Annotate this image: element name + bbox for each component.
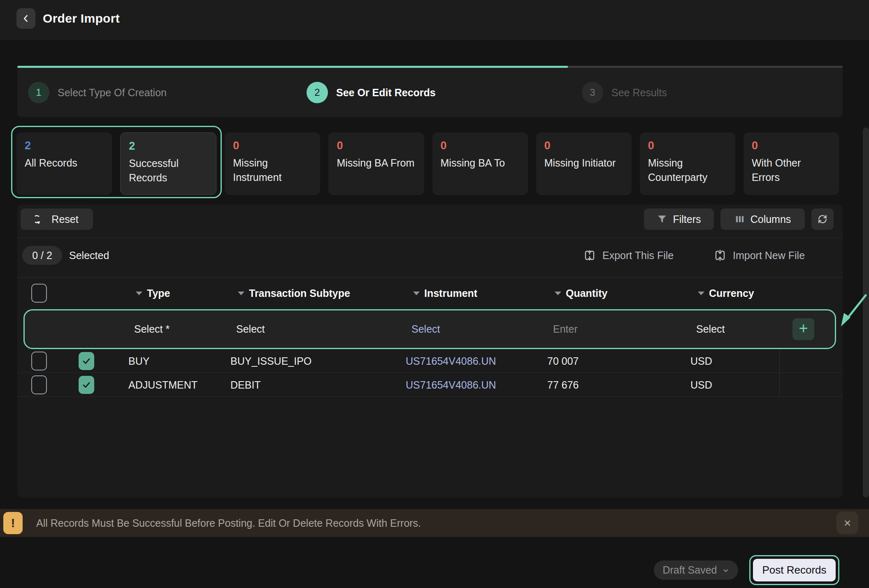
cell-quantity: 77 676 xyxy=(547,379,690,391)
step-see-or-edit-records[interactable]: 2 See Or Edit Records xyxy=(307,68,436,117)
records-panel: Reset Filters Columns 0 / 2 Sel xyxy=(17,204,843,498)
header-select-cell xyxy=(17,278,128,308)
card-missing-instrument[interactable]: 0 Missing Instrument xyxy=(225,132,320,195)
chevron-down-icon xyxy=(136,292,142,295)
cell-currency: USD xyxy=(690,349,780,373)
add-record-button[interactable]: + xyxy=(792,318,814,340)
reset-label: Reset xyxy=(51,213,78,225)
row-select-cell xyxy=(17,349,128,373)
export-this-file-button[interactable]: Export This File xyxy=(583,245,674,266)
new-record-entry-row: Select * Select Select Enter Select + xyxy=(23,309,836,349)
step-2-label: See Or Edit Records xyxy=(336,87,436,99)
column-header-quantity[interactable]: Quantity xyxy=(547,287,690,299)
card-missing-ba-to[interactable]: 0 Missing BA To xyxy=(432,132,528,195)
import-new-file-label: Import New File xyxy=(733,250,805,262)
card-missing-ba-from[interactable]: 0 Missing BA From xyxy=(328,132,424,195)
row-select-cell xyxy=(17,373,128,397)
chevron-down-icon xyxy=(555,292,561,295)
entry-subtype-select[interactable]: Select xyxy=(230,323,406,335)
card-label: With Other Errors xyxy=(752,156,831,185)
cell-type: ADJUSTMENT xyxy=(128,379,230,391)
entry-instrument-select[interactable]: Select xyxy=(406,323,547,335)
chevron-down-icon xyxy=(238,292,244,295)
cell-quantity: 70 007 xyxy=(547,355,690,367)
selection-count-label: Selected xyxy=(69,246,109,265)
page-title: Order Import xyxy=(43,12,120,25)
cell-subtype: BUY_ISSUE_IPO xyxy=(230,355,406,367)
funnel-icon xyxy=(657,214,667,225)
divider xyxy=(17,238,843,238)
back-button[interactable] xyxy=(16,8,35,29)
cell-type: BUY xyxy=(128,355,230,367)
chevron-left-icon xyxy=(21,13,31,24)
draft-saved-button[interactable]: Draft Saved xyxy=(654,560,738,580)
entry-currency-select[interactable]: Select xyxy=(690,323,780,335)
card-count: 0 xyxy=(337,139,416,152)
card-with-other-errors[interactable]: 0 With Other Errors xyxy=(744,132,839,195)
vertical-scrollbar[interactable] xyxy=(863,127,869,498)
chevron-down-icon xyxy=(413,292,420,295)
step-3-label: See Results xyxy=(611,87,667,99)
step-see-results[interactable]: 3 See Results xyxy=(582,68,667,117)
row-success-checkbox[interactable] xyxy=(79,376,94,394)
card-all-records[interactable]: 2 All Records xyxy=(16,132,112,195)
card-count: 0 xyxy=(752,139,831,152)
card-missing-initiator[interactable]: 0 Missing Initiator xyxy=(536,132,632,195)
reset-button[interactable]: Reset xyxy=(21,208,93,230)
top-bar: Order Import xyxy=(0,0,869,40)
row-checkbox[interactable] xyxy=(31,352,47,370)
card-missing-counterparty[interactable]: 0 Missing Counterparty xyxy=(640,132,735,195)
chevron-down-icon xyxy=(722,567,730,574)
entry-quantity-input[interactable]: Enter xyxy=(547,323,690,335)
refresh-icon xyxy=(817,213,828,225)
card-count: 0 xyxy=(648,139,727,152)
step-select-type-of-creation[interactable]: 1 Select Type Of Creation xyxy=(28,68,167,117)
card-label: Missing Counterparty xyxy=(648,156,727,185)
entry-type-select[interactable]: Select * xyxy=(128,323,230,335)
cell-currency: USD xyxy=(690,373,780,397)
row-checkbox[interactable] xyxy=(31,375,47,394)
table-header-row: Type Transaction Subtype Instrument Quan… xyxy=(17,278,843,308)
row-success-checkbox[interactable] xyxy=(79,352,94,370)
column-header-transaction-subtype[interactable]: Transaction Subtype xyxy=(230,287,406,299)
filters-button[interactable]: Filters xyxy=(644,208,714,230)
refresh-button[interactable] xyxy=(811,208,834,230)
columns-label: Columns xyxy=(750,213,791,225)
step-2-circle: 2 xyxy=(307,82,328,103)
card-count: 0 xyxy=(233,139,312,152)
card-count: 2 xyxy=(25,139,104,152)
filters-label: Filters xyxy=(673,213,701,225)
post-records-highlight-ring: Post Records xyxy=(749,555,839,585)
card-successful-records[interactable]: 2 Successful Records xyxy=(120,132,216,195)
card-count: 0 xyxy=(441,139,520,152)
cell-instrument-link[interactable]: US71654V4086.UN xyxy=(406,355,547,367)
import-file-icon xyxy=(714,249,726,262)
column-header-type[interactable]: Type xyxy=(128,287,230,299)
card-label: Missing Instrument xyxy=(233,156,312,185)
step-1-label: Select Type Of Creation xyxy=(58,87,167,99)
selection-count-badge: 0 / 2 xyxy=(22,246,62,265)
step-1-circle: 1 xyxy=(28,82,49,103)
column-header-currency[interactable]: Currency xyxy=(690,287,780,299)
card-label: Missing BA From xyxy=(337,156,416,170)
column-header-instrument[interactable]: Instrument xyxy=(406,287,547,299)
step-3-circle: 3 xyxy=(582,82,603,103)
rotate-ccw-icon xyxy=(35,214,46,225)
import-new-file-button[interactable]: Import New File xyxy=(714,245,805,266)
record-summary-cards: 2 All Records 2 Successful Records 0 Mis… xyxy=(16,132,839,195)
cell-instrument-link[interactable]: US71654V4086.UN xyxy=(406,379,547,391)
table-row: BUY BUY_ISSUE_IPO US71654V4086.UN 70 007… xyxy=(17,349,843,373)
post-records-button[interactable]: Post Records xyxy=(753,559,836,581)
check-icon xyxy=(81,380,91,390)
cell-subtype: DEBIT xyxy=(230,379,406,391)
close-icon[interactable]: × xyxy=(836,512,858,534)
card-count: 0 xyxy=(544,139,623,152)
draft-saved-label: Draft Saved xyxy=(662,564,717,576)
select-all-checkbox[interactable] xyxy=(31,284,47,303)
export-this-file-label: Export This File xyxy=(602,250,674,262)
columns-icon xyxy=(734,214,745,225)
columns-button[interactable]: Columns xyxy=(720,208,805,230)
chevron-down-icon xyxy=(698,292,704,295)
warning-icon: ! xyxy=(3,512,23,534)
card-count: 2 xyxy=(129,140,208,153)
